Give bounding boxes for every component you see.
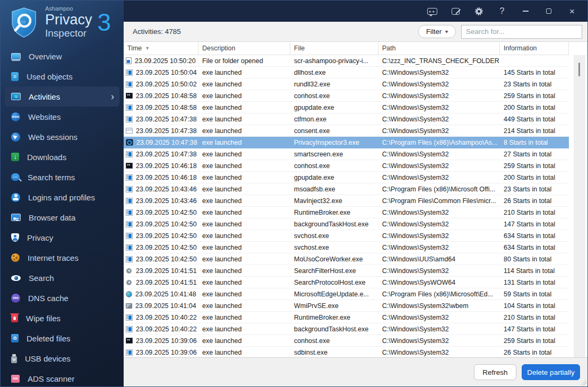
table-row[interactable]: 23.09.2025 10:47:38 exe launched consent… <box>124 125 569 137</box>
sidebar-item-overview[interactable]: Overview › <box>5 46 119 66</box>
brand-name: Ashampoo <box>45 6 92 12</box>
table-row[interactable]: 23.09.2025 10:50:02 exe launched rundll3… <box>124 78 569 90</box>
sidebar-item-wipe-files[interactable]: Wipe files › <box>5 308 119 328</box>
table-row[interactable]: 23.09.2025 10:48:58 exe launched conhost… <box>124 90 569 102</box>
feedback-icon[interactable]: ★★ <box>424 4 440 18</box>
shield-magnifier-logo-icon: 1010 <box>10 7 38 38</box>
sort-desc-icon: ▼ <box>145 46 150 51</box>
minimize-button[interactable] <box>517 4 533 18</box>
table-row[interactable]: 23.09.2025 10:42:50 exe launched MoUsoCo… <box>124 253 569 265</box>
exe-window-icon <box>126 186 133 192</box>
notes-icon[interactable] <box>447 4 463 18</box>
sidebar-item-web-sessions[interactable]: Web sessions › <box>5 127 119 147</box>
filter-label: Filter <box>426 28 442 36</box>
file-icon <box>126 57 132 64</box>
column-header-path[interactable]: Path <box>378 42 500 55</box>
table-row[interactable]: 23.09.2025 10:41:51 exe launched SearchF… <box>124 265 569 277</box>
shield-icon <box>11 233 19 242</box>
browser-icon <box>11 214 21 221</box>
vertical-scrollbar[interactable] <box>574 55 585 357</box>
table-row[interactable]: 23.09.2025 10:41:04 exe launched WmiPrvS… <box>124 300 569 312</box>
sidebar-item-search-terms[interactable]: Search terms › <box>5 167 119 187</box>
column-header-time[interactable]: Time▼ <box>124 42 198 55</box>
table-body: 23.09.2025 10:50:20 File or folder opene… <box>124 55 569 358</box>
sidebar-item-deleted-files[interactable]: Deleted files › <box>5 328 119 348</box>
laptop-icon <box>11 53 21 60</box>
sidebar-item-internet-traces[interactable]: Internet traces › <box>5 248 119 268</box>
exe-window-icon <box>126 198 133 204</box>
filter-button[interactable]: Filter ▾ <box>418 25 456 38</box>
table-row[interactable]: 23.09.2025 10:39:06 exe launched conhost… <box>124 335 569 347</box>
console-window-icon <box>126 163 133 169</box>
table-row[interactable]: 23.09.2025 10:40:22 exe launched backgro… <box>124 323 569 335</box>
table-row[interactable]: 23.09.2025 10:50:04 exe launched dllhost… <box>124 67 569 78</box>
table-row[interactable]: 23.09.2025 10:42:50 exe launched svchost… <box>124 242 569 253</box>
doc-icon <box>11 72 19 81</box>
search-gear-icon <box>126 279 133 286</box>
toolbar: Activities: 4785 Filter ▾ <box>124 22 587 42</box>
delete-partially-button[interactable]: Delete partially <box>522 364 580 380</box>
activities-table: Time▼DescriptionFilePathInformation 23.0… <box>124 42 587 358</box>
app-window: 1010 Ashampoo Privacy Inspector 3 Overvi… <box>0 0 588 387</box>
sidebar-item-usb-devices[interactable]: USB devices › <box>5 348 119 368</box>
websites-icon: www <box>11 112 20 121</box>
table-row[interactable]: 23.09.2025 10:41:51 exe launched SearchP… <box>124 277 569 288</box>
help-icon[interactable]: ? <box>494 4 510 18</box>
table-row[interactable]: 23.09.2025 10:47:38 exe launched smartsc… <box>124 148 569 160</box>
exe-window-icon <box>126 174 133 181</box>
exe-window-icon <box>126 151 133 157</box>
table-header: Time▼DescriptionFilePathInformation <box>124 42 569 55</box>
close-button[interactable]: × <box>564 4 580 18</box>
table-row[interactable]: 23.09.2025 10:47:38 exe launched Privacy… <box>124 137 569 148</box>
table-row[interactable]: 23.09.2025 10:42:50 exe launched backgro… <box>124 218 569 230</box>
exe-window-icon <box>126 116 133 122</box>
table-row[interactable]: 23.09.2025 10:46:18 exe launched conhost… <box>124 160 569 172</box>
edge-globe-icon <box>126 291 132 297</box>
sidebar-item-logins-and-profiles[interactable]: Logins and profiles › <box>5 187 119 207</box>
sidebar-item-privacy[interactable]: Privacy › <box>5 227 119 248</box>
sidebar-item-browser-data[interactable]: Browser data › <box>5 207 119 227</box>
table-row[interactable]: 23.09.2025 10:46:18 exe launched gpupdat… <box>124 172 569 183</box>
table-row[interactable]: 23.09.2025 10:43:46 exe launched msoadfs… <box>124 183 569 195</box>
activities-icon <box>11 93 21 100</box>
search-input[interactable] <box>461 25 582 39</box>
table-row[interactable]: 23.09.2025 10:48:58 exe launched gpupdat… <box>124 102 569 113</box>
logins-icon <box>11 193 20 202</box>
column-header-description[interactable]: Description <box>198 42 290 55</box>
column-header-information[interactable]: Information <box>500 42 569 55</box>
settings-gear-icon[interactable] <box>471 4 487 18</box>
exe-window-icon <box>126 81 133 87</box>
table-row[interactable]: 23.09.2025 10:42:50 exe launched Runtime… <box>124 207 569 218</box>
cookie-icon <box>11 253 20 262</box>
sidebar-item-search[interactable]: Search › <box>5 268 119 288</box>
exe-window-icon <box>126 69 133 76</box>
column-header-file[interactable]: File <box>290 42 378 55</box>
sidebar-item-used-objects[interactable]: Used objects › <box>5 66 119 86</box>
app-version: 3 <box>98 8 111 44</box>
table-row[interactable]: 23.09.2025 10:41:48 exe launched Microso… <box>124 288 569 300</box>
scrollbar-thumb[interactable] <box>578 63 580 76</box>
sidebar-item-websites[interactable]: www Websites › <box>5 107 119 127</box>
table-row[interactable]: 23.09.2025 10:42:50 exe launched svchost… <box>124 230 569 242</box>
table-row[interactable]: 23.09.2025 10:47:38 exe launched ctfmon.… <box>124 113 569 125</box>
table-row[interactable]: 23.09.2025 10:39:06 exe launched sdbinst… <box>124 347 569 358</box>
sidebar-item-downloads[interactable]: Downloads › <box>5 147 119 167</box>
web-sessions-icon <box>11 133 20 142</box>
plain-window-icon <box>126 128 133 134</box>
exe-window-icon <box>126 256 133 262</box>
console-window-icon <box>126 93 133 99</box>
sidebar-item-activities[interactable]: Activities › <box>5 86 119 107</box>
table-row[interactable]: 23.09.2025 10:40:22 exe launched Runtime… <box>124 312 569 323</box>
refresh-button[interactable]: Refresh <box>474 364 516 380</box>
maximize-button[interactable] <box>541 4 557 18</box>
app-logo: 1010 Ashampoo Privacy Inspector 3 <box>1 1 124 44</box>
exe-window-icon <box>126 314 133 321</box>
sidebar-item-ads-scanner[interactable]: ADS ADS scanner › <box>5 368 119 387</box>
sidebar-item-dns-cache[interactable]: DNS DNS cache › <box>5 288 119 308</box>
recycle-icon <box>11 334 19 342</box>
wmi-audio-icon <box>126 303 132 309</box>
exe-window-icon <box>126 104 133 111</box>
table-row[interactable]: 23.09.2025 10:43:46 exe launched MavInje… <box>124 195 569 207</box>
downloads-icon <box>11 153 19 161</box>
table-row[interactable]: 23.09.2025 10:50:20 File or folder opene… <box>124 55 569 67</box>
